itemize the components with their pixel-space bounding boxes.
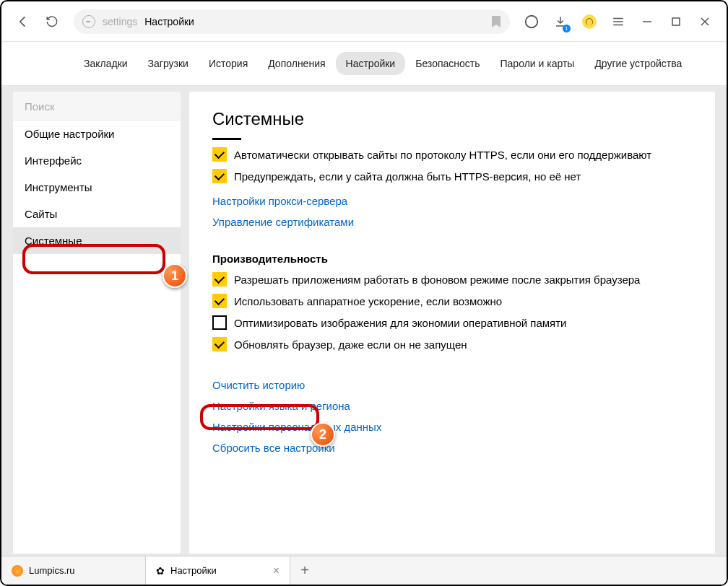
sidebar-item-sites[interactable]: Сайты xyxy=(13,201,181,227)
checkbox-https-auto[interactable] xyxy=(212,147,227,162)
opt-https-warn-row: Предупреждать, если у сайта должна быть … xyxy=(212,169,692,183)
address-title: Настройки xyxy=(144,16,194,27)
link-proxy[interactable]: Настройки прокси-сервера xyxy=(212,195,347,207)
nav-history[interactable]: История xyxy=(199,52,258,75)
performance-heading: Производительность xyxy=(212,253,692,265)
reload-button[interactable] xyxy=(39,9,65,35)
link-personal[interactable]: Настройки персональных данных xyxy=(212,421,381,433)
label-optimize: Оптимизировать изображения для экономии … xyxy=(234,317,566,329)
nav-addons[interactable]: Дополнения xyxy=(258,52,335,75)
svg-rect-1 xyxy=(672,18,680,25)
label-https-auto: Автоматически открывать сайты по протоко… xyxy=(234,149,651,161)
svg-point-0 xyxy=(526,15,538,27)
opt-update-row: Обновлять браузер, даже если он не запущ… xyxy=(212,337,692,351)
opt-optimize-row: Оптимизировать изображения для экономии … xyxy=(212,315,692,330)
minimize-button[interactable] xyxy=(634,9,660,35)
nav-downloads[interactable]: Загрузки xyxy=(138,52,199,75)
label-https-warn: Предупреждать, если у сайта должна быть … xyxy=(234,170,581,183)
tab-lumpics-label: Lumpics.ru xyxy=(29,565,75,576)
address-prefix: settings xyxy=(103,16,137,27)
callout-1: 1 xyxy=(162,263,187,288)
checkbox-https-warn[interactable] xyxy=(212,169,227,183)
menu-button[interactable] xyxy=(605,9,631,35)
opt-https-auto-row: Автоматически открывать сайты по протоко… xyxy=(212,147,692,162)
checkbox-hwaccel[interactable] xyxy=(212,294,227,308)
nav-settings[interactable]: Настройки xyxy=(336,52,406,75)
heading-underline xyxy=(212,138,241,140)
link-lang-region[interactable]: Настройки языка и региона xyxy=(212,400,350,412)
checkbox-background[interactable] xyxy=(212,272,227,287)
tab-settings[interactable]: ✿ Настройки × xyxy=(146,556,290,585)
callout-2: 2 xyxy=(311,422,335,447)
checkbox-update[interactable] xyxy=(212,337,227,351)
downloads-button[interactable]: 1 xyxy=(547,9,573,35)
downloads-badge: 1 xyxy=(563,25,571,32)
sidebar-item-system[interactable]: Системные xyxy=(13,227,181,254)
site-icon xyxy=(82,15,95,28)
gear-icon: ✿ xyxy=(156,565,165,577)
tab-lumpics[interactable]: Lumpics.ru xyxy=(1,556,146,585)
tab-close-icon[interactable]: × xyxy=(273,564,280,577)
label-update: Обновлять браузер, даже если он не запущ… xyxy=(234,338,467,351)
bookmark-icon[interactable] xyxy=(491,15,501,28)
opt-hwaccel-row: Использовать аппаратное ускорение, если … xyxy=(212,294,692,308)
content-heading: Системные xyxy=(212,109,692,129)
sidebar-search[interactable]: Поиск xyxy=(13,92,181,121)
link-certs[interactable]: Управление сертификатами xyxy=(212,216,354,228)
settings-content: Системные Автоматически открывать сайты … xyxy=(189,92,715,554)
close-button[interactable] xyxy=(692,9,718,35)
address-bar[interactable]: settings Настройки xyxy=(74,9,510,34)
lumpics-icon xyxy=(12,565,23,577)
label-background: Разрешать приложениям работать в фоновом… xyxy=(234,274,640,286)
sidebar-item-tools[interactable]: Инструменты xyxy=(13,174,181,201)
nav-devices[interactable]: Другие устройства xyxy=(584,52,692,75)
browser-toolbar: settings Настройки 1 xyxy=(1,1,727,42)
nav-security[interactable]: Безопасность xyxy=(405,52,490,75)
nav-bookmarks[interactable]: Закладки xyxy=(74,52,138,75)
new-tab-button[interactable]: + xyxy=(290,556,319,585)
opt-background-row: Разрешать приложениям работать в фоновом… xyxy=(212,272,692,287)
sidebar-item-interface[interactable]: Интерфейс xyxy=(13,147,181,174)
sidebar-item-general[interactable]: Общие настройки xyxy=(13,121,181,147)
checkbox-optimize[interactable] xyxy=(212,315,227,330)
link-clear-history[interactable]: Очистить историю xyxy=(212,379,305,391)
settings-nav: Закладки Загрузки История Дополнения Нас… xyxy=(1,42,727,86)
label-hwaccel: Использовать аппаратное ускорение, если … xyxy=(234,295,502,307)
page-body: Поиск Общие настройки Интерфейс Инструме… xyxy=(1,86,727,559)
back-button[interactable] xyxy=(10,9,36,35)
tab-settings-label: Настройки xyxy=(170,565,217,576)
extension-icon xyxy=(582,14,597,29)
nav-passwords[interactable]: Пароли и карты xyxy=(490,52,585,75)
zen-button[interactable] xyxy=(519,9,545,35)
maximize-button[interactable] xyxy=(663,9,689,35)
extension-button[interactable] xyxy=(576,9,602,35)
settings-sidebar: Поиск Общие настройки Интерфейс Инструме… xyxy=(13,92,181,554)
tab-bar: Lumpics.ru ✿ Настройки × + xyxy=(1,556,727,585)
